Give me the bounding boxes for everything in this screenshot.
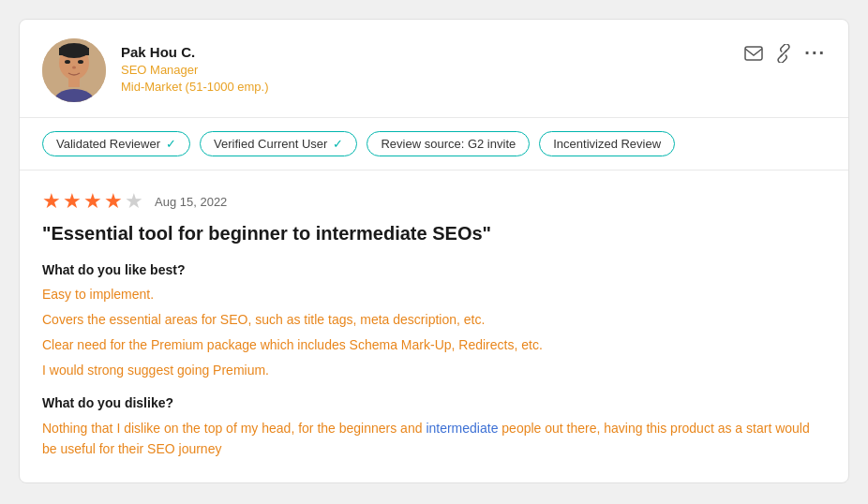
reviewer-details: Pak Hou C. SEO Manager Mid-Market (51-10… bbox=[121, 38, 269, 94]
answer-1-line-2: Covers the essential areas for SEO, such… bbox=[42, 310, 826, 330]
svg-rect-7 bbox=[68, 78, 80, 87]
svg-point-4 bbox=[65, 60, 70, 64]
review-section: ★ ★ ★ ★ ★ Aug 15, 2022 "Essential tool f… bbox=[20, 170, 848, 482]
reviewer-company: Mid-Market (51-1000 emp.) bbox=[121, 80, 269, 94]
star-1: ★ bbox=[42, 189, 61, 214]
question-1: What do you like best? bbox=[42, 262, 826, 277]
star-2: ★ bbox=[63, 189, 82, 214]
question-2: What do you dislike? bbox=[42, 395, 826, 410]
badge-incentivized: Incentivized Review bbox=[539, 131, 675, 156]
mail-icon[interactable] bbox=[744, 46, 763, 61]
answer-1-line-1: Easy to implement. bbox=[42, 285, 826, 304]
answer-2: Nothing that I dislike on the top of my … bbox=[42, 418, 826, 460]
badge-validated-label: Validated Reviewer bbox=[56, 137, 160, 151]
svg-rect-9 bbox=[745, 47, 762, 60]
badge-verified: Verified Current User ✓ bbox=[200, 131, 357, 156]
badge-validated: Validated Reviewer ✓ bbox=[42, 131, 190, 156]
reviewer-name: Pak Hou C. bbox=[121, 44, 269, 60]
answer-1-line-3: Clear need for the Premium package which… bbox=[42, 335, 826, 355]
badge-validated-check: ✓ bbox=[166, 137, 176, 151]
review-header: Pak Hou C. SEO Manager Mid-Market (51-10… bbox=[20, 20, 848, 118]
badge-source-label: Review source: G2 invite bbox=[381, 137, 516, 151]
badge-source: Review source: G2 invite bbox=[367, 131, 530, 156]
link-icon[interactable] bbox=[774, 44, 793, 63]
badge-verified-check: ✓ bbox=[333, 137, 343, 151]
star-4: ★ bbox=[104, 189, 123, 214]
intermediate-link: intermediate bbox=[426, 421, 498, 436]
svg-point-6 bbox=[72, 67, 76, 69]
review-title: "Essential tool for beginner to intermed… bbox=[42, 221, 826, 245]
review-date: Aug 15, 2022 bbox=[155, 195, 227, 209]
review-meta: ★ ★ ★ ★ ★ Aug 15, 2022 bbox=[42, 189, 826, 214]
star-3: ★ bbox=[83, 189, 102, 214]
review-card: Pak Hou C. SEO Manager Mid-Market (51-10… bbox=[19, 19, 849, 483]
reviewer-role: SEO Manager bbox=[121, 63, 269, 77]
badges-section: Validated Reviewer ✓ Verified Current Us… bbox=[20, 118, 848, 170]
svg-rect-3 bbox=[59, 48, 89, 55]
answer-1-block: Easy to implement. Covers the essential … bbox=[42, 285, 826, 380]
reviewer-info: Pak Hou C. SEO Manager Mid-Market (51-10… bbox=[42, 38, 269, 102]
more-options-icon[interactable]: ··· bbox=[804, 42, 826, 64]
avatar bbox=[42, 38, 106, 102]
header-actions: ··· bbox=[744, 38, 826, 64]
svg-point-5 bbox=[78, 60, 83, 64]
badge-verified-label: Verified Current User bbox=[214, 137, 327, 151]
star-rating: ★ ★ ★ ★ ★ bbox=[42, 189, 143, 214]
badge-incentivized-label: Incentivized Review bbox=[553, 137, 661, 151]
star-5: ★ bbox=[125, 189, 143, 214]
answer-1-line-4: I would strong suggest going Premium. bbox=[42, 361, 826, 380]
